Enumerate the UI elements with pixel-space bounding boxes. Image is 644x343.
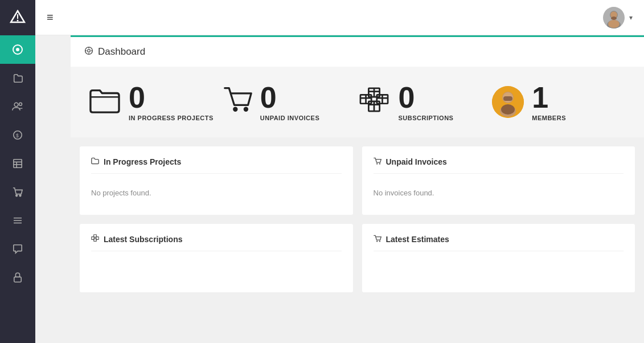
svg-point-26 [88, 50, 91, 52]
card-unpaid-empty: No invoices found. [374, 184, 624, 202]
stat-unpaid-label: UNPAID INVOICES [260, 115, 319, 121]
card-unpaid-invoices: Unpaid Invoices No invoices found. [362, 146, 635, 215]
dashboard-header-icon [84, 46, 93, 58]
menu-toggle-button[interactable]: ≡ [47, 11, 54, 24]
stat-in-progress-info: 0 IN PROGRESS PROJECTS [129, 83, 214, 121]
stat-members-number: 1 [532, 83, 566, 112]
sidebar-item-chat[interactable] [0, 235, 35, 263]
card-latest-estimates: Latest Estimates [362, 224, 635, 292]
card-subscriptions-header: Latest Subscriptions [91, 234, 342, 251]
stats-row: 0 IN PROGRESS PROJECTS 0 UNPAID INVOICES [71, 67, 644, 137]
sidebar-item-dashboard[interactable] [0, 35, 35, 64]
svg-point-23 [608, 20, 620, 28]
svg-point-58 [379, 240, 380, 242]
card-subscriptions-title: Latest Subscriptions [104, 235, 182, 244]
stat-unpaid-info: 0 UNPAID INVOICES [260, 83, 319, 121]
svg-rect-49 [503, 96, 512, 101]
stat-members-label: MEMBERS [532, 115, 566, 121]
stat-subscriptions-label: SUBSCRIPTIONS [399, 115, 454, 121]
svg-point-4 [16, 48, 19, 51]
svg-point-57 [376, 240, 378, 242]
card-estimates-header: Latest Estimates [374, 234, 624, 251]
user-menu-chevron[interactable]: ▾ [629, 14, 633, 22]
svg-text:$: $ [16, 133, 19, 138]
stat-in-progress-projects[interactable]: 0 IN PROGRESS PROJECTS [88, 83, 223, 121]
card-unpaid-header: Unpaid Invoices [374, 157, 624, 174]
stat-member-avatar [492, 86, 524, 118]
svg-point-6 [19, 103, 22, 105]
stat-in-progress-label: IN PROGRESS PROJECTS [129, 115, 214, 121]
sidebar-item-list[interactable] [0, 206, 35, 235]
sidebar-item-table[interactable] [0, 149, 35, 178]
svg-point-50 [501, 104, 515, 115]
svg-point-32 [243, 107, 248, 112]
svg-rect-9 [14, 160, 22, 168]
svg-point-24 [611, 17, 617, 20]
sidebar-item-cart[interactable] [0, 178, 35, 206]
sidebar-item-files[interactable] [0, 64, 35, 92]
svg-point-31 [233, 107, 237, 112]
svg-point-14 [19, 195, 21, 197]
stat-subscriptions[interactable]: 0 SUBSCRIPTIONS [358, 83, 493, 121]
stat-unpaid-number: 0 [260, 83, 319, 112]
svg-point-13 [16, 195, 18, 197]
page-header: Dashboard [71, 35, 644, 67]
card-in-progress-projects: In Progress Projects No projects found. [80, 146, 353, 215]
user-avatar[interactable] [603, 7, 625, 28]
sidebar-item-money[interactable]: $ [0, 121, 35, 149]
page-title: Dashboard [98, 46, 145, 58]
stat-members-info: 1 MEMBERS [532, 83, 566, 121]
stat-subscriptions-info: 0 SUBSCRIPTIONS [399, 83, 454, 121]
sidebar-item-team[interactable] [0, 92, 35, 121]
card-estimates-cart-icon [374, 234, 382, 244]
stat-boxes-icon [358, 85, 391, 119]
stat-in-progress-number: 0 [129, 83, 214, 112]
card-estimates-title: Latest Estimates [386, 235, 449, 244]
svg-point-51 [376, 163, 378, 164]
card-cart-icon [374, 157, 382, 166]
stat-members[interactable]: 1 MEMBERS [492, 83, 627, 121]
svg-point-2 [17, 20, 19, 22]
topbar-right: ▾ [603, 7, 633, 28]
sidebar: $ [0, 0, 35, 343]
topbar: ≡ ▾ [35, 0, 644, 35]
card-unpaid-title: Unpaid Invoices [386, 157, 447, 166]
sidebar-item-lock[interactable] [0, 263, 35, 292]
sidebar-logo[interactable] [0, 0, 35, 35]
card-boxes-icon [91, 234, 99, 244]
svg-rect-18 [14, 277, 21, 282]
card-folder-icon [91, 157, 99, 166]
svg-point-5 [14, 103, 18, 107]
cards-grid: In Progress Projects No projects found. … [71, 137, 644, 301]
card-in-progress-empty: No projects found. [91, 184, 342, 202]
stat-cart-icon [223, 85, 252, 119]
card-in-progress-title: In Progress Projects [104, 157, 181, 166]
stat-folder-icon [88, 85, 121, 119]
card-in-progress-header: In Progress Projects [91, 157, 342, 174]
stat-subscriptions-number: 0 [399, 83, 454, 112]
stat-unpaid-invoices[interactable]: 0 UNPAID INVOICES [223, 83, 358, 121]
card-latest-subscriptions: Latest Subscriptions [80, 224, 353, 292]
svg-point-52 [379, 163, 380, 164]
main-content: Dashboard 0 IN PROGRESS PROJECTS [71, 35, 644, 343]
